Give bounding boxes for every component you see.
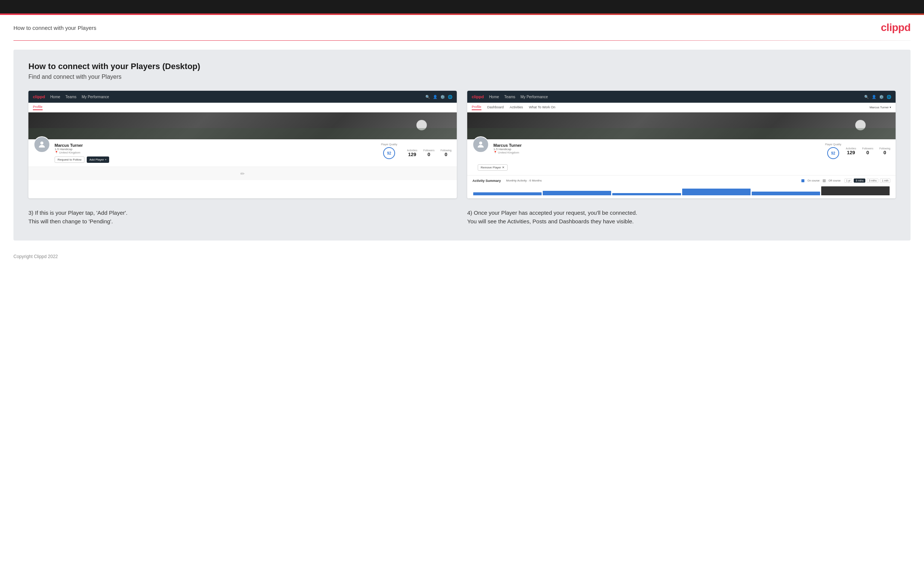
nav-myperformance-2[interactable]: My Performance	[521, 95, 548, 99]
player-info-1: Marcus Turner 1-5 Handicap 📍 United King…	[55, 143, 371, 163]
period-1yr[interactable]: 1 yr	[844, 179, 853, 183]
stat-following-1: Following 0	[440, 149, 452, 157]
subnav-activities-2[interactable]: Activities	[510, 105, 523, 110]
golf-banner-1	[28, 113, 457, 139]
quality-circle-1: 92	[383, 147, 395, 159]
subnav-user-label-2[interactable]: Marcus Turner ▾	[869, 106, 891, 109]
nav-myperformance-1[interactable]: My Performance	[82, 95, 109, 99]
app-logo-1: clippd	[33, 95, 45, 99]
stat-followers-2: Followers 0	[862, 147, 873, 155]
app-nav-2: clippd Home Teams My Performance 🔍 👤 ⚙️ …	[467, 91, 896, 103]
description-text-left: 3) If this is your Player tap, 'Add Play…	[28, 209, 457, 226]
screenshot-1: clippd Home Teams My Performance 🔍 👤 ⚙️ …	[28, 91, 457, 198]
bar-5	[752, 192, 820, 195]
activity-summary: Activity Summary Monthly Activity - 6 Mo…	[467, 175, 896, 198]
globe-icon-2[interactable]: 🌐	[887, 95, 891, 99]
player-location-2: 📍 United Kingdom	[493, 151, 821, 154]
user-icon-1[interactable]: 👤	[433, 95, 437, 99]
extra-stats-1: Activities 129 Followers 0 Following 0	[407, 149, 452, 157]
golf-banner-2	[467, 113, 896, 139]
app-nav-1: clippd Home Teams My Performance 🔍 👤 ⚙️ …	[28, 91, 457, 103]
activity-title: Activity Summary	[472, 179, 501, 183]
player-location-1: 📍 United Kingdom	[55, 151, 371, 154]
player-actions-1: Request to Follow Add Player +	[55, 156, 371, 163]
period-6mths[interactable]: 6 mths	[854, 179, 865, 183]
quality-2: Player Quality 92	[825, 143, 842, 159]
period-buttons: 1 yr 6 mths 3 mths 1 mth	[844, 179, 890, 183]
follow-button-1[interactable]: Request to Follow	[55, 156, 84, 163]
stat-followers-1: Followers 0	[423, 149, 435, 157]
screenshot-2: clippd Home Teams My Performance 🔍 👤 ⚙️ …	[467, 91, 896, 198]
subnav-dashboard-2[interactable]: Dashboard	[488, 105, 504, 110]
description-left: 3) If this is your Player tap, 'Add Play…	[28, 209, 457, 226]
nav-teams-2[interactable]: Teams	[504, 95, 515, 99]
player-handicap-2: 1-5 Handicap	[493, 148, 821, 151]
settings-icon-2[interactable]: ⚙️	[879, 95, 884, 99]
nav-icons-2: 🔍 👤 ⚙️ 🌐	[864, 95, 891, 99]
screenshot-bottom-1: ✏	[28, 166, 457, 180]
quality-label-1: Player Quality	[381, 143, 397, 146]
subnav-profile-2[interactable]: Profile	[472, 105, 481, 110]
search-icon-2[interactable]: 🔍	[864, 95, 869, 99]
player-info-2: Marcus Turner 1-5 Handicap 📍 United King…	[493, 143, 821, 154]
main-content: How to connect with your Players (Deskto…	[13, 50, 911, 240]
clippd-logo: clippd	[881, 22, 911, 34]
off-course-label: Off course	[829, 179, 841, 182]
page-footer: Copyright Clippd 2022	[0, 250, 924, 264]
player-name-1: Marcus Turner	[55, 143, 371, 148]
page-header-title: How to connect with your Players	[13, 25, 97, 31]
screenshots-row: clippd Home Teams My Performance 🔍 👤 ⚙️ …	[28, 91, 896, 198]
user-icon-2[interactable]: 👤	[872, 95, 876, 99]
bar-2	[543, 191, 611, 195]
stat-activities-2: Activities 129	[846, 147, 856, 155]
page-header: How to connect with your Players clippd	[0, 15, 924, 40]
add-player-button-1[interactable]: Add Player +	[87, 156, 109, 163]
location-icon-2: 📍	[493, 151, 497, 154]
descriptions-row: 3) If this is your Player tap, 'Add Play…	[28, 209, 896, 226]
bar-3	[612, 193, 681, 195]
avatar-2	[472, 136, 489, 153]
location-icon-1: 📍	[55, 151, 58, 154]
main-subtitle: Find and connect with your Players	[28, 74, 896, 80]
player-profile-1: Marcus Turner 1-5 Handicap 📍 United King…	[28, 139, 457, 166]
remove-player-button[interactable]: Remove Player ✕	[478, 164, 507, 171]
nav-home-2[interactable]: Home	[489, 95, 499, 99]
bar-4	[682, 189, 751, 195]
settings-icon-1[interactable]: ⚙️	[440, 95, 445, 99]
nav-icons-1: 🔍 👤 ⚙️ 🌐	[425, 95, 452, 99]
player-handicap-1: 1-5 Handicap	[55, 148, 371, 151]
nav-home-1[interactable]: Home	[50, 95, 60, 99]
desc-right-line1: 4) Once your Player has accepted your re…	[467, 210, 637, 224]
app-logo-2: clippd	[472, 95, 484, 99]
activity-controls: On course Off course 1 yr 6 mths 3 mths …	[801, 179, 890, 183]
app-subnav-2: Profile Dashboard Activities What To Wor…	[467, 103, 896, 113]
svg-point-1	[479, 142, 482, 145]
activity-legend: On course Off course	[801, 179, 840, 182]
bar-1	[473, 192, 542, 195]
globe-icon-1[interactable]: 🌐	[448, 95, 452, 99]
main-title: How to connect with your Players (Deskto…	[28, 61, 896, 71]
activity-bar-chart	[472, 185, 890, 195]
off-course-dot	[823, 179, 826, 182]
player-name-2: Marcus Turner	[493, 143, 821, 148]
period-1mth[interactable]: 1 mth	[880, 179, 890, 183]
top-bar	[0, 0, 924, 13]
period-3mths[interactable]: 3 mths	[867, 179, 879, 183]
player-profile-2: Marcus Turner 1-5 Handicap 📍 United King…	[467, 139, 896, 163]
description-right: 4) Once your Player has accepted your re…	[467, 209, 896, 226]
header-divider	[13, 40, 911, 41]
avatar-1	[34, 136, 50, 153]
activity-header: Activity Summary Monthly Activity - 6 Mo…	[472, 179, 890, 183]
search-icon-1[interactable]: 🔍	[425, 95, 430, 99]
svg-point-0	[40, 142, 44, 145]
nav-teams-1[interactable]: Teams	[65, 95, 76, 99]
subnav-profile-1[interactable]: Profile	[33, 105, 43, 110]
on-course-label: On course	[808, 179, 819, 182]
remove-player-row: Remove Player ✕	[467, 163, 896, 175]
copyright-text: Copyright Clippd 2022	[13, 254, 58, 259]
stats-row-1: Player Quality 92	[376, 143, 402, 162]
stat-activities-1: Activities 129	[407, 149, 418, 157]
app-subnav-1: Profile	[28, 103, 457, 113]
quality-circle-2: 92	[827, 147, 839, 159]
subnav-whattoon-2[interactable]: What To Work On	[529, 105, 556, 110]
